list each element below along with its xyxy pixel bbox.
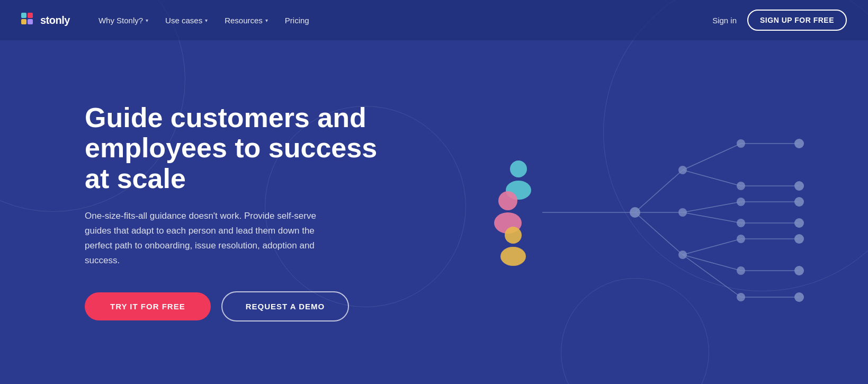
svg-line-12 xyxy=(683,239,741,255)
svg-rect-2 xyxy=(21,19,26,24)
navbar: stonly Why Stonly? ▾ Use cases ▾ Resourc… xyxy=(0,0,868,40)
svg-point-33 xyxy=(794,139,804,148)
svg-point-29 xyxy=(737,219,745,227)
hero-content: Guide customers and employees to success… xyxy=(85,103,402,322)
svg-line-5 xyxy=(635,170,683,212)
svg-point-22 xyxy=(630,207,640,218)
svg-line-8 xyxy=(683,144,741,170)
hero-illustration xyxy=(402,40,783,384)
svg-point-42 xyxy=(498,191,517,210)
svg-rect-0 xyxy=(21,13,26,18)
svg-point-32 xyxy=(737,293,745,301)
svg-line-9 xyxy=(683,170,741,186)
svg-line-7 xyxy=(635,212,683,255)
svg-point-39 xyxy=(794,292,804,302)
signup-button[interactable]: SIGN UP FOR FREE xyxy=(747,10,847,31)
svg-line-10 xyxy=(683,202,741,212)
hero-description: One-size-fits-all guidance doesn't work.… xyxy=(85,209,339,268)
nav-pricing[interactable]: Pricing xyxy=(278,12,317,29)
svg-line-14 xyxy=(683,255,741,297)
chevron-down-icon: ▾ xyxy=(146,17,148,23)
svg-point-45 xyxy=(500,247,526,266)
svg-point-27 xyxy=(737,182,745,190)
request-demo-button[interactable]: REQUEST A DEMO xyxy=(221,291,350,322)
nav-right: Sign in SIGN UP FOR FREE xyxy=(712,10,847,31)
hero-section: Guide customers and employees to success… xyxy=(0,40,868,384)
logo-icon xyxy=(21,13,36,28)
svg-point-36 xyxy=(794,218,804,228)
nav-links: Why Stonly? ▾ Use cases ▾ Resources ▾ Pr… xyxy=(91,12,712,29)
svg-point-40 xyxy=(510,160,527,177)
svg-point-38 xyxy=(794,266,804,275)
svg-line-13 xyxy=(683,255,741,271)
svg-point-35 xyxy=(794,197,804,207)
svg-point-28 xyxy=(737,198,745,206)
svg-point-23 xyxy=(678,166,687,174)
svg-rect-1 xyxy=(28,13,33,18)
svg-point-26 xyxy=(737,139,745,148)
svg-point-25 xyxy=(678,251,687,259)
chevron-down-icon: ▾ xyxy=(205,17,208,23)
hero-buttons: TRY IT FOR FREE REQUEST A DEMO xyxy=(85,291,402,322)
nav-resources[interactable]: Resources ▾ xyxy=(217,12,275,29)
nav-why-stonly[interactable]: Why Stonly? ▾ xyxy=(91,12,156,29)
svg-point-34 xyxy=(794,181,804,191)
svg-rect-3 xyxy=(28,19,33,24)
svg-point-31 xyxy=(737,266,745,275)
hero-title: Guide customers and employees to success… xyxy=(85,103,402,194)
page-wrapper: stonly Why Stonly? ▾ Use cases ▾ Resourc… xyxy=(0,0,868,384)
signin-link[interactable]: Sign in xyxy=(712,16,737,25)
svg-point-24 xyxy=(678,208,687,217)
logo[interactable]: stonly xyxy=(21,13,70,28)
nav-use-cases[interactable]: Use cases ▾ xyxy=(158,12,215,29)
chevron-down-icon: ▾ xyxy=(265,17,268,23)
svg-point-30 xyxy=(737,235,745,243)
svg-point-37 xyxy=(794,234,804,244)
logo-text: stonly xyxy=(40,14,70,26)
try-free-button[interactable]: TRY IT FOR FREE xyxy=(85,292,211,320)
svg-line-11 xyxy=(683,212,741,223)
illustration-svg xyxy=(444,80,815,345)
svg-point-44 xyxy=(505,227,522,244)
